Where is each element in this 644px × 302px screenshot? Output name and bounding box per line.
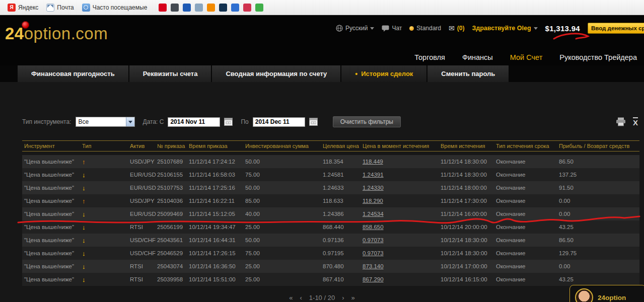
cell-expiry-price: 1.24391 [363,172,441,178]
account-balance: $1,313.94 [545,24,580,33]
calendar-icon[interactable] [224,118,233,126]
expiry-price-link[interactable]: 858.650 [363,224,384,230]
inbox-button[interactable]: ✉ (0) [449,24,464,32]
favicon[interactable] [207,4,215,12]
expiry-price-link[interactable]: 0.97073 [363,250,384,256]
date-from-input[interactable] [168,117,220,127]
deposit-button[interactable]: Ввод денежных средств [588,23,644,34]
cell-invested-amount: 25.00 [245,224,323,230]
nav-item[interactable]: Руководство Трейдера [559,53,637,61]
expiry-price-link[interactable]: 1.24330 [363,185,384,191]
table-row[interactable]: "Цена выше/ниже"↑USD/JPY2510768911/12/14… [22,155,639,168]
table-row[interactable]: "Цена выше/ниже"↓RTSI2504307410/12/14 16… [22,260,639,273]
cell-asset: USD/JPY [130,159,157,165]
cell-expiry-type: Окончание [496,276,559,282]
column-header: Инструмент [24,143,82,149]
direction-down-icon: ↓ [82,276,130,283]
cell-asset: RTSI [130,224,157,230]
cell-expiry-price: 0.97073 [363,237,441,243]
tab[interactable]: Сводная информация по счету [212,65,340,82]
support-chat-widget[interactable]: 24option [569,285,644,302]
table-row[interactable]: "Цена выше/ниже"↓EUR/USD2510615511/12/14… [22,168,639,181]
date-to-input[interactable] [253,117,305,127]
expiry-price-link[interactable]: 118.290 [363,198,383,204]
cell-order-time: 11/12/14 15:12:05 [189,211,245,217]
favicon[interactable] [195,4,203,12]
cell-instrument: "Цена выше/ниже" [24,224,82,230]
tab[interactable]: •История сделок [341,65,426,82]
chat-label: Чат [392,25,402,32]
cell-expiry-time: 11/12/14 16:00:00 [441,211,496,217]
cell-expiry-price: 867.290 [363,276,441,282]
account-menu[interactable]: Здравствуйте Oleg [472,25,537,32]
print-icon[interactable] [616,117,626,126]
cell-order-time: 11/12/14 16:58:03 [189,172,245,178]
pagination-next[interactable]: › [342,294,344,301]
tab-label: Финансовая пригодность [31,70,115,78]
filter-toolbar: Тип инструмента: Все Дата: С По Очистить… [22,116,638,127]
cell-expiry-price: 118.449 [363,159,441,165]
bookmark-mail[interactable]: Почта [43,2,77,13]
favicon[interactable] [255,4,263,12]
cell-order-number: 25039958 [157,276,189,282]
instrument-type-label: Тип инструмента: [22,118,71,125]
favicon[interactable] [231,4,239,12]
cell-profit: 137.25 [559,172,637,178]
table-row[interactable]: "Цена выше/ниже"↓RTSI2505619910/12/14 19… [22,220,639,234]
table-row[interactable]: "Цена выше/ниже"↓USD/CHF2504652910/12/14… [22,247,639,260]
nav-item[interactable]: Финансы [462,53,493,61]
favicon[interactable] [159,4,167,12]
inbox-count: (0) [457,25,465,32]
tab[interactable]: Финансовая пригодность [18,65,128,82]
column-header: Тип истечения срока [496,143,559,149]
excel-export-icon[interactable]: X [633,117,638,126]
cell-expiry-time: 11/12/14 18:30:00 [441,159,496,165]
direction-down-icon: ↓ [82,223,130,231]
cell-profit: 86.50 [559,159,637,165]
clear-filters-button[interactable]: Очистить фильтры [333,116,401,127]
calendar-icon[interactable] [309,118,318,126]
table-row[interactable]: "Цена выше/ниже"↓EUR/USD2509946911/12/14… [22,207,639,220]
language-selector[interactable]: Русский [336,25,375,32]
expiry-price-link[interactable]: 867.290 [363,276,384,282]
favicon[interactable] [243,4,251,12]
chat-button[interactable]: Чат [382,25,402,32]
bookmark-frequent-sites[interactable]: Часто посещаемые [79,2,151,13]
favicon[interactable] [171,4,179,12]
site-logo[interactable]: 24option.com [5,24,108,43]
pagination-last[interactable]: » [351,294,355,301]
instrument-type-select[interactable]: Все [76,117,135,127]
nav-item[interactable]: Торговля [414,53,445,61]
tab-label: Сменить пароль [441,70,495,78]
direction-down-icon: ↓ [82,210,130,218]
table-row[interactable]: "Цена выше/ниже"↑USD/JPY2510403611/12/14… [22,194,639,207]
pagination-first[interactable]: « [289,294,293,301]
pagination-prev[interactable]: ‹ [300,294,302,301]
tab[interactable]: Сменить пароль [427,65,509,82]
table-row[interactable]: "Цена выше/ниже"↓RTSI2503995810/12/14 15… [22,273,639,286]
table-row[interactable]: "Цена выше/ниже"↓EUR/USD2510775311/12/14… [22,181,639,194]
pagination-range: 1-10 / 20 [309,294,335,301]
cell-expiry-time: 11/12/14 18:30:00 [441,172,496,178]
expiry-price-link[interactable]: 0.97073 [363,237,384,243]
globe-icon [336,25,343,32]
cell-target-price: 118.633 [323,198,363,204]
bookmark-label: Часто посещаемые [93,4,148,11]
bookmark-yandex[interactable]: Я Яндекс [4,2,42,13]
favicon[interactable] [183,4,191,12]
nav-item[interactable]: Мой Счет [510,53,543,61]
cell-order-time: 10/12/14 16:36:50 [189,263,245,269]
expiry-price-link[interactable]: 118.449 [363,159,383,165]
expiry-price-link[interactable]: 1.24391 [363,172,384,178]
favicon[interactable] [219,4,227,12]
expiry-price-link[interactable]: 873.140 [363,263,384,269]
cell-invested-amount: 50.00 [245,237,323,243]
cell-expiry-price: 1.24330 [363,185,441,191]
cell-invested-amount: 40.00 [245,211,323,217]
chevron-down-icon [534,27,538,30]
column-header: Инвестированная сумма [245,143,323,149]
expiry-price-link[interactable]: 1.24534 [363,211,384,217]
table-row[interactable]: "Цена выше/ниже"↓USD/CHF2504356110/12/14… [22,234,639,247]
active-tab-dot: • [355,70,357,78]
tab[interactable]: Реквизиты счета [129,65,211,82]
